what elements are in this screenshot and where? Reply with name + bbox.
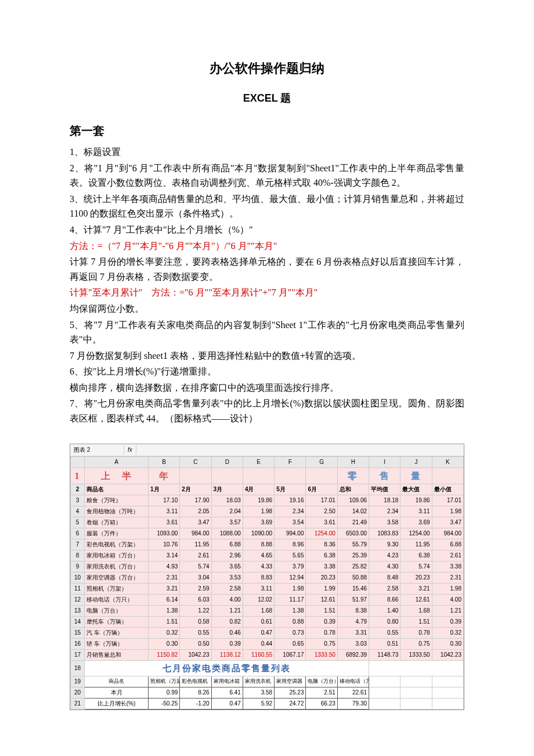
- table-row: 3粮食（万吨）17.1017.9018.0319.8619.1617.01109…: [71, 495, 464, 506]
- july-row-2: 21 比上月增长(%) -50.25-1.20 0.475.92 24.7266…: [71, 699, 464, 710]
- para-2: 2、将"1 月"到"6 月"工作表中所有商品"本月"数据复制到"Sheet1"工…: [70, 161, 464, 190]
- doc-subtitle: EXCEL 题: [70, 90, 464, 107]
- table-row: 8家用电冰箱（万台）3.142.612.964.655.656.3825.394…: [71, 550, 464, 561]
- total-row: 17 月销售量总和 1150.82 1042.23 1138.12 1160.5…: [71, 650, 464, 661]
- table-row: 5卷烟（万箱）3.613.473.573.693.543.6121.493.58…: [71, 517, 464, 528]
- para-4: 4、计算"7 月"工作表中"比上个月增长（%）": [70, 222, 464, 237]
- para-6: 计算 7 月份的增长率要注意，要跨表格选择单元格的，要在 6 月份表格点好以后直…: [70, 254, 464, 284]
- para-8: 均保留两位小数。: [70, 301, 464, 316]
- table-title-row: 1 上 半年 零售量: [71, 467, 464, 484]
- doc-title: 办公软件操作题归纳: [70, 58, 464, 78]
- para-11: 6、按"比上月增长(%)"行递增重排。: [70, 364, 464, 379]
- spreadsheet-grid[interactable]: ABC DEF GHI JK 1 上 半年 零售量 2 商品名 1月2月3月 4…: [70, 456, 464, 710]
- table-row: 4食用植物油（万吨）3.112.052.041.982.342.5014.022…: [71, 506, 464, 517]
- para-1: 1、标题设置: [70, 145, 464, 160]
- para-7-method: 计算"至本月累计" 方法：="6 月""至本月累计"+"7 月""本月": [70, 285, 464, 300]
- table-row: 12移动电话（万只）6.146.034.0012.0211.1712.6151.…: [71, 595, 464, 606]
- table-row: 10家用空调器（万台）2.313.043.538.8312.9420.2350.…: [71, 573, 464, 584]
- july-row-1: 20 本月 0.998.26 6.413.58 25.232.51 22.61: [71, 687, 464, 699]
- section-heading: 第一套: [70, 121, 464, 140]
- para-9: 5、将"7 月"工作表有关家电类商品的内容复制到"Sheet 1"工作表的"七月…: [70, 318, 464, 347]
- table-row: 14摩托车（万辆）1.510.580.820.610.880.394.790.8…: [71, 617, 464, 628]
- excel-screenshot: 图表 2 fx ABC DEF GHI JK 1 上 半年 零售量 2 商品名 …: [70, 444, 464, 711]
- table-header-row: 2 商品名 1月2月3月 4月5月6月 总和平均值最大值最小值: [71, 484, 464, 495]
- para-5-method: 方法：=（"7 月""本月"-"6 月""本月"）/"6 月""本月": [70, 239, 464, 254]
- fx-icon[interactable]: fx: [124, 445, 136, 455]
- table-row: 13电脑（万台）1.381.221.211.681.381.518.381.40…: [71, 606, 464, 617]
- para-13: 7、将"七月份家电类商品零售量列表"中的比上月增长(%)数据以簇状圆柱图呈现。圆…: [70, 396, 464, 426]
- para-10: 7 月份数据复制到 sheet1 表格，要用选择性粘贴中的数值+转置的选项。: [70, 348, 464, 363]
- table-row: 15汽 车（万辆）0.320.550.460.470.730.783.310.5…: [71, 628, 464, 639]
- para-3: 3、统计上半年各项商品销售量的总和、平均值、最大值、最小值；计算月销售量总和，并…: [70, 192, 464, 221]
- para-12: 横向排序，横向选择数据，在排序窗口中的选项里面选按行排序。: [70, 380, 464, 395]
- column-headers: ABC DEF GHI JK: [71, 456, 464, 467]
- july-title-row: 18 七月份家电类商品零售量列表: [71, 661, 464, 676]
- table-row: 7彩色电视机（万架）10.7611.956.888.888.968.3655.7…: [71, 539, 464, 550]
- table-row: 6服装（万件）1093.00984.001088.001090.00994.00…: [71, 528, 464, 539]
- july-header-row: 19 商品名 照相机（万架） 彩色电视机（万架） 家用电冰箱（万台） 家用洗衣机…: [71, 676, 464, 687]
- table-row: 11照相机（万架）3.212.592.583.111.981.9915.462.…: [71, 584, 464, 595]
- table-row: 9家用洗衣机（万台）4.935.743.654.333.793.3825.824…: [71, 561, 464, 573]
- name-box[interactable]: 图表 2: [70, 445, 124, 455]
- formula-bar: 图表 2 fx: [70, 444, 464, 456]
- table-row: 16轿 车（万辆）0.300.500.390.440.650.753.030.5…: [71, 639, 464, 650]
